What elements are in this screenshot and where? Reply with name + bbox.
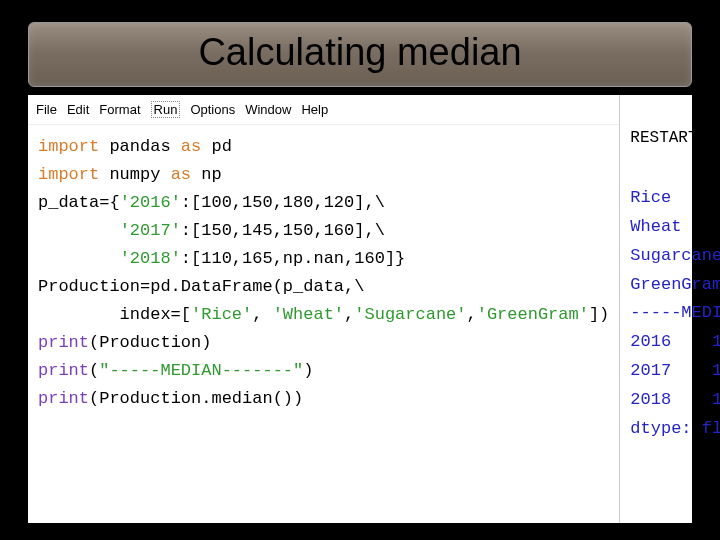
output-median: 2018 1 bbox=[630, 390, 720, 409]
menu-format[interactable]: Format bbox=[99, 102, 140, 117]
code-text: "-----MEDIAN-------" bbox=[99, 361, 303, 380]
code-text: :[150,145,150,160],\ bbox=[181, 221, 385, 240]
code-text: print bbox=[38, 333, 89, 352]
menu-edit[interactable]: Edit bbox=[67, 102, 89, 117]
output-row: GreenGram 120 160 160.0 bbox=[630, 275, 720, 294]
code-text bbox=[38, 221, 120, 240]
code-text: pandas bbox=[99, 137, 181, 156]
code-text: , bbox=[252, 305, 272, 324]
code-pane: File Edit Format Run Options Window Help… bbox=[28, 95, 620, 523]
code-text: numpy bbox=[99, 165, 170, 184]
code-text: , bbox=[467, 305, 477, 324]
menubar: File Edit Format Run Options Window Help bbox=[28, 95, 619, 125]
code-text: p_data={ bbox=[38, 193, 120, 212]
output-dtype: dtype: float64 bbox=[630, 419, 720, 438]
code-text: 'Wheat' bbox=[273, 305, 344, 324]
code-text: 'Sugarcane' bbox=[354, 305, 466, 324]
output-row: Wheat 150 145 165.0 bbox=[630, 217, 720, 236]
code-text: :[100,150,180,120],\ bbox=[181, 193, 385, 212]
title-box: Calculating median bbox=[28, 22, 692, 87]
code-text: '2018' bbox=[120, 249, 181, 268]
restart-line: RESTART: C:/Users/Sangeeta Ch bbox=[630, 129, 720, 147]
code-text: as bbox=[181, 137, 201, 156]
code-text: 'GreenGram' bbox=[477, 305, 589, 324]
code-text: index=[ bbox=[38, 305, 191, 324]
code-text: ) bbox=[303, 361, 313, 380]
code-text: print bbox=[38, 361, 89, 380]
code-block: import pandas as pd import numpy as np p… bbox=[28, 125, 619, 423]
output-median: 2017 150.0 bbox=[630, 361, 720, 380]
output-median: 2016 135.0 bbox=[630, 332, 720, 351]
code-text: np bbox=[191, 165, 222, 184]
menu-run[interactable]: Run bbox=[151, 101, 181, 118]
code-text: Production=pd.DataFrame(p_data,\ bbox=[38, 277, 364, 296]
output-sep: -----MEDIAN------- bbox=[630, 303, 720, 322]
code-text: 'Rice' bbox=[191, 305, 252, 324]
code-text: '2016' bbox=[120, 193, 181, 212]
menu-window[interactable]: Window bbox=[245, 102, 291, 117]
code-text: :[110,165,np.nan,160]} bbox=[181, 249, 405, 268]
menu-help[interactable]: Help bbox=[301, 102, 328, 117]
console-output: 2016 2017 2018 Rice 100 150 110.0 Wheat … bbox=[620, 151, 720, 450]
code-text: '2017' bbox=[120, 221, 181, 240]
code-text bbox=[38, 249, 120, 268]
output-header: ,,, RESTART: C:/Users/Sangeeta Ch bbox=[620, 95, 720, 151]
code-text: as bbox=[171, 165, 191, 184]
code-text: import bbox=[38, 165, 99, 184]
output-pane: ,,, RESTART: C:/Users/Sangeeta Ch 2016 2… bbox=[620, 95, 720, 523]
partial-line: ,,, bbox=[630, 99, 720, 115]
code-text: import bbox=[38, 137, 99, 156]
output-row: Rice 100 150 110.0 bbox=[630, 188, 720, 207]
code-text: , bbox=[344, 305, 354, 324]
code-text: (Production) bbox=[89, 333, 211, 352]
menu-options[interactable]: Options bbox=[190, 102, 235, 117]
menu-file[interactable]: File bbox=[36, 102, 57, 117]
output-header-row: 2016 2017 2018 bbox=[630, 159, 720, 178]
output-row: Sugarcane 180 150 NaN bbox=[630, 246, 720, 265]
panes: File Edit Format Run Options Window Help… bbox=[28, 95, 692, 523]
code-text: print bbox=[38, 389, 89, 408]
code-text: pd bbox=[201, 137, 232, 156]
code-text: ]) bbox=[589, 305, 609, 324]
code-text: (Production.median()) bbox=[89, 389, 303, 408]
slide: Calculating median File Edit Format Run … bbox=[0, 0, 720, 540]
slide-title: Calculating median bbox=[29, 31, 691, 74]
code-text: ( bbox=[89, 361, 99, 380]
